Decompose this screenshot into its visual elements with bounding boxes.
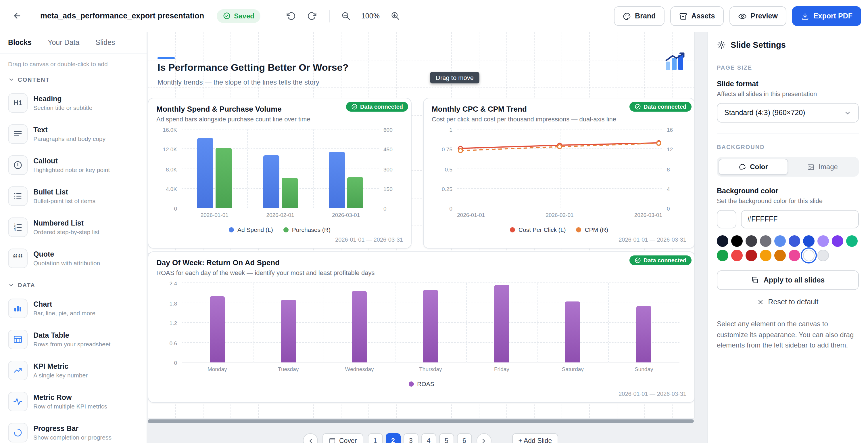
- block-subtitle: A single key number: [33, 372, 88, 379]
- eye-icon: [738, 12, 746, 21]
- topbar: meta_ads_performance_export presentation…: [0, 0, 868, 32]
- section-label: CONTENT: [18, 77, 50, 83]
- color-swatch-1d4ed8[interactable]: [803, 235, 814, 247]
- color-tab-label: Color: [750, 163, 768, 171]
- sidebar-item-kpi-metric[interactable]: KPI MetricA single key number: [0, 355, 147, 386]
- color-swatch-000000[interactable]: [731, 235, 743, 247]
- section-header-content[interactable]: CONTENT: [0, 68, 147, 87]
- redo-button[interactable]: [303, 7, 320, 25]
- undo-button[interactable]: [282, 7, 300, 25]
- zoom-in-button[interactable]: [386, 7, 404, 25]
- tab-slides[interactable]: Slides: [87, 32, 123, 53]
- legend-label: Ad Spend (L): [238, 226, 273, 233]
- download-icon: [801, 12, 809, 21]
- sidebar-item-chart[interactable]: ChartBar, line, pie, and more: [0, 293, 147, 324]
- block-title: Callout: [33, 157, 110, 165]
- back-button[interactable]: [8, 7, 25, 25]
- sidebar-item-bullet-list[interactable]: Bullet ListBullet-point list of items: [0, 181, 147, 212]
- page-button-2[interactable]: 2: [385, 433, 400, 443]
- callout-icon: [8, 155, 28, 175]
- section-header-data[interactable]: DATA: [0, 274, 147, 293]
- reset-to-default-button[interactable]: Reset to default: [717, 298, 859, 306]
- legend-dot: [510, 227, 515, 232]
- sidebar-item-numbered-list[interactable]: 123Numbered ListOrdered step-by-step lis…: [0, 212, 147, 243]
- color-swatch-3b5bdb[interactable]: [789, 235, 800, 247]
- color-swatch-ffffff[interactable]: [803, 250, 814, 261]
- color-swatch-b91c1c[interactable]: [746, 250, 757, 261]
- tab-your-data[interactable]: Your Data: [40, 32, 87, 53]
- zoom-out-icon: [341, 11, 351, 21]
- slide-subtitle[interactable]: Monthly trends — the slope of the lines …: [157, 78, 319, 86]
- color-swatch-e5e7eb[interactable]: [817, 250, 829, 261]
- pager-next-button[interactable]: [476, 433, 491, 443]
- chart-legend: Ad Spend (L)Purchases (R): [156, 225, 403, 235]
- assets-button[interactable]: Assets: [670, 6, 723, 26]
- color-swatch-10b981[interactable]: [846, 235, 858, 247]
- plot-area: 00.61.21.82.4MondayTuesdayWednesdayThurs…: [182, 283, 679, 362]
- add-slide-button[interactable]: + Add Slide: [512, 433, 558, 443]
- color-swatch-71717a[interactable]: [760, 235, 771, 247]
- background-color-tab[interactable]: Color: [718, 159, 788, 175]
- slide-format-value: Standard (4:3) (960×720): [724, 109, 805, 117]
- color-swatch-d97706[interactable]: [774, 250, 786, 261]
- page-button-5[interactable]: 5: [439, 433, 454, 443]
- sidebar-item-heading[interactable]: H1HeadingSection title or subtitle: [0, 87, 147, 119]
- document-title[interactable]: meta_ads_performance_export presentation: [40, 11, 204, 20]
- preview-button[interactable]: Preview: [729, 6, 786, 26]
- metric-row-icon: [8, 392, 28, 411]
- sidebar-item-callout[interactable]: CalloutHighlighted note or key point: [0, 150, 147, 181]
- block-title: Progress Bar: [33, 424, 112, 433]
- sidebar-tabs: Blocks Your Data Slides: [0, 32, 147, 54]
- sidebar-item-quote[interactable]: ““QuoteQuotation with attribution: [0, 243, 147, 274]
- horizontal-scrollbar[interactable]: [148, 419, 694, 423]
- color-swatch-ef4444[interactable]: [731, 250, 743, 261]
- legend-item: CPM (R): [576, 226, 608, 233]
- page-button-3[interactable]: 3: [403, 433, 418, 443]
- color-swatch-f59e0b[interactable]: [760, 250, 771, 261]
- legend-dot: [229, 227, 234, 232]
- pager-prev-button[interactable]: [303, 433, 318, 443]
- slide-title[interactable]: Is Performance Getting Better Or Worse?: [157, 62, 348, 73]
- color-swatch-a78bfa[interactable]: [817, 235, 829, 247]
- panel-divider: [717, 133, 859, 134]
- tab-blocks[interactable]: Blocks: [0, 32, 40, 53]
- data-connected-badge: Data connected: [346, 102, 408, 112]
- block-subtitle: Row of multiple KPI metrics: [33, 403, 107, 410]
- slide-format-select[interactable]: Standard (4:3) (960×720): [717, 103, 859, 122]
- page-button-6[interactable]: 6: [457, 433, 472, 443]
- chart-card-cpc-cpm[interactable]: Data connected Monthly CPC & CPM Trend C…: [423, 98, 695, 248]
- data-connected-badge: Data connected: [629, 256, 691, 265]
- brand-button[interactable]: Brand: [614, 6, 664, 26]
- block-subtitle: Section title or subtitle: [33, 104, 92, 111]
- pager-cover-button[interactable]: Cover: [322, 433, 363, 443]
- background-image-tab[interactable]: Image: [788, 159, 857, 175]
- hex-color-input[interactable]: [741, 210, 859, 228]
- sidebar-item-text[interactable]: TextParagraphs and body copy: [0, 119, 147, 150]
- chart-card-spend-purchase[interactable]: Data connected Monthly Spend & Purchase …: [148, 98, 411, 248]
- slide[interactable]: Is Performance Getting Better Or Worse? …: [148, 32, 695, 418]
- page-button-1[interactable]: 1: [368, 433, 382, 443]
- color-swatch-0f172a[interactable]: [717, 235, 728, 247]
- color-swatch-7c3aed[interactable]: [832, 235, 843, 247]
- color-swatch-5b8def[interactable]: [774, 235, 786, 247]
- color-swatch-ec4899[interactable]: [789, 250, 800, 261]
- block-title: Bullet List: [33, 188, 95, 196]
- current-color-chip[interactable]: [717, 210, 736, 228]
- color-swatch-16a34a[interactable]: [717, 250, 728, 261]
- chevron-right-icon: [480, 437, 488, 443]
- block-subtitle: Bar, line, pie, and more: [33, 309, 95, 317]
- color-swatch-3f3f46[interactable]: [746, 235, 757, 247]
- block-title: KPI Metric: [33, 362, 88, 371]
- sidebar-item-metric-row[interactable]: Metric RowRow of multiple KPI metrics: [0, 386, 147, 417]
- badge-label: Data connected: [644, 257, 686, 264]
- chart-card-roas-day-of-week[interactable]: Data connected Day Of Week: Return On Ad…: [148, 252, 695, 403]
- block-title: Quote: [33, 250, 100, 258]
- page-button-4[interactable]: 4: [421, 433, 436, 443]
- apply-to-all-slides-button[interactable]: Apply to all slides: [717, 270, 859, 290]
- sidebar-item-data-table[interactable]: Data TableRows from your spreadsheet: [0, 324, 147, 355]
- badge-label: Data connected: [644, 104, 686, 110]
- sidebar-item-progress-bar[interactable]: Progress BarShow completion or progress: [0, 417, 147, 443]
- export-pdf-button[interactable]: Export PDF: [792, 6, 861, 26]
- assets-label: Assets: [691, 12, 715, 20]
- zoom-out-button[interactable]: [337, 7, 354, 25]
